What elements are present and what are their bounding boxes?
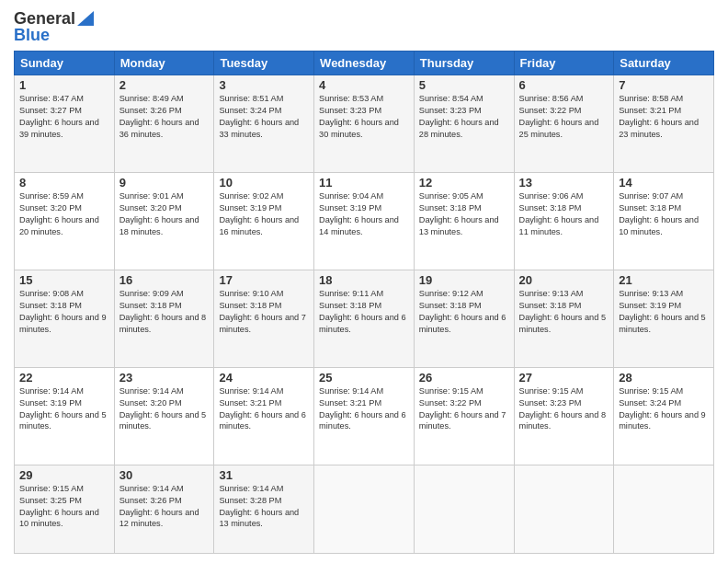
day-info: Sunrise: 9:12 AMSunset: 3:18 PMDaylight:… [419, 288, 509, 336]
day-info: Sunrise: 9:15 AMSunset: 3:24 PMDaylight:… [619, 385, 709, 433]
svg-marker-0 [77, 11, 94, 26]
day-number: 17 [219, 273, 309, 287]
calendar-cell: 10Sunrise: 9:02 AMSunset: 3:19 PMDayligh… [214, 172, 314, 270]
calendar-cell: 8Sunrise: 8:59 AMSunset: 3:20 PMDaylight… [15, 172, 115, 270]
calendar-cell: 2Sunrise: 8:49 AMSunset: 3:26 PMDaylight… [114, 75, 214, 173]
day-number: 13 [519, 176, 609, 190]
day-info: Sunrise: 8:56 AMSunset: 3:22 PMDaylight:… [519, 93, 609, 141]
calendar-cell: 28Sunrise: 9:15 AMSunset: 3:24 PMDayligh… [614, 367, 714, 465]
day-number: 26 [419, 371, 509, 385]
calendar-table: SundayMondayTuesdayWednesdayThursdayFrid… [14, 51, 714, 554]
day-info: Sunrise: 8:49 AMSunset: 3:26 PMDaylight:… [119, 93, 210, 141]
calendar-cell: 9Sunrise: 9:01 AMSunset: 3:20 PMDaylight… [114, 172, 214, 270]
day-info: Sunrise: 8:59 AMSunset: 3:20 PMDaylight:… [19, 190, 109, 238]
day-info: Sunrise: 9:08 AMSunset: 3:18 PMDaylight:… [19, 288, 109, 336]
calendar-cell: 1Sunrise: 8:47 AMSunset: 3:27 PMDaylight… [15, 75, 115, 173]
day-number: 14 [619, 176, 709, 190]
calendar-cell: 12Sunrise: 9:05 AMSunset: 3:18 PMDayligh… [414, 172, 514, 270]
calendar-cell: 15Sunrise: 9:08 AMSunset: 3:18 PMDayligh… [15, 270, 115, 367]
calendar-cell: 23Sunrise: 9:14 AMSunset: 3:20 PMDayligh… [114, 367, 214, 465]
day-info: Sunrise: 9:07 AMSunset: 3:18 PMDaylight:… [619, 190, 709, 238]
logo-blue-text: Blue [14, 26, 50, 45]
weekday-header: Wednesday [314, 52, 415, 75]
day-number: 9 [119, 176, 210, 190]
calendar-cell: 3Sunrise: 8:51 AMSunset: 3:24 PMDaylight… [214, 75, 314, 173]
day-number: 12 [419, 176, 509, 190]
logo: General Blue [14, 9, 94, 45]
calendar-cell [314, 465, 415, 553]
weekday-header: Thursday [414, 52, 514, 75]
day-number: 30 [119, 468, 210, 482]
day-info: Sunrise: 9:02 AMSunset: 3:19 PMDaylight:… [219, 190, 309, 238]
day-number: 6 [519, 78, 609, 92]
day-info: Sunrise: 9:14 AMSunset: 3:21 PMDaylight:… [319, 385, 409, 433]
day-info: Sunrise: 9:14 AMSunset: 3:28 PMDaylight:… [219, 483, 309, 531]
day-info: Sunrise: 9:09 AMSunset: 3:18 PMDaylight:… [119, 288, 210, 336]
weekday-header: Tuesday [214, 52, 314, 75]
day-number: 20 [519, 273, 609, 287]
day-info: Sunrise: 8:51 AMSunset: 3:24 PMDaylight:… [219, 93, 309, 141]
day-number: 23 [119, 371, 210, 385]
day-info: Sunrise: 8:47 AMSunset: 3:27 PMDaylight:… [19, 93, 109, 141]
day-number: 19 [419, 273, 509, 287]
day-info: Sunrise: 9:14 AMSunset: 3:26 PMDaylight:… [119, 483, 210, 531]
calendar-cell: 16Sunrise: 9:09 AMSunset: 3:18 PMDayligh… [114, 270, 214, 367]
day-number: 5 [419, 78, 509, 92]
calendar-cell: 4Sunrise: 8:53 AMSunset: 3:23 PMDaylight… [314, 75, 415, 173]
day-number: 10 [219, 176, 309, 190]
day-number: 3 [219, 78, 309, 92]
day-number: 15 [19, 273, 109, 287]
day-number: 2 [119, 78, 210, 92]
weekday-header: Sunday [15, 52, 115, 75]
calendar-cell: 20Sunrise: 9:13 AMSunset: 3:18 PMDayligh… [514, 270, 614, 367]
day-number: 21 [619, 273, 709, 287]
day-info: Sunrise: 9:14 AMSunset: 3:21 PMDaylight:… [219, 385, 309, 433]
day-info: Sunrise: 8:54 AMSunset: 3:23 PMDaylight:… [419, 93, 509, 141]
header: General Blue [14, 9, 714, 45]
day-number: 22 [19, 371, 109, 385]
day-info: Sunrise: 9:06 AMSunset: 3:18 PMDaylight:… [519, 190, 609, 238]
day-number: 8 [19, 176, 109, 190]
weekday-header: Friday [514, 52, 614, 75]
calendar-cell: 17Sunrise: 9:10 AMSunset: 3:18 PMDayligh… [214, 270, 314, 367]
calendar-cell: 13Sunrise: 9:06 AMSunset: 3:18 PMDayligh… [514, 172, 614, 270]
day-number: 29 [19, 468, 109, 482]
day-number: 7 [619, 78, 709, 92]
day-info: Sunrise: 9:04 AMSunset: 3:19 PMDaylight:… [319, 190, 409, 238]
day-info: Sunrise: 9:11 AMSunset: 3:18 PMDaylight:… [319, 288, 409, 336]
day-info: Sunrise: 9:14 AMSunset: 3:20 PMDaylight:… [119, 385, 210, 433]
calendar-header-row: SundayMondayTuesdayWednesdayThursdayFrid… [15, 52, 714, 75]
day-number: 4 [319, 78, 409, 92]
calendar-cell: 29Sunrise: 9:15 AMSunset: 3:25 PMDayligh… [15, 465, 115, 553]
calendar-cell: 5Sunrise: 8:54 AMSunset: 3:23 PMDaylight… [414, 75, 514, 173]
day-info: Sunrise: 8:58 AMSunset: 3:21 PMDaylight:… [619, 93, 709, 141]
calendar-cell: 14Sunrise: 9:07 AMSunset: 3:18 PMDayligh… [614, 172, 714, 270]
day-number: 1 [19, 78, 109, 92]
day-info: Sunrise: 9:15 AMSunset: 3:22 PMDaylight:… [419, 385, 509, 433]
day-info: Sunrise: 9:13 AMSunset: 3:19 PMDaylight:… [619, 288, 709, 336]
day-number: 25 [319, 371, 409, 385]
calendar-cell: 19Sunrise: 9:12 AMSunset: 3:18 PMDayligh… [414, 270, 514, 367]
calendar-cell: 24Sunrise: 9:14 AMSunset: 3:21 PMDayligh… [214, 367, 314, 465]
day-number: 27 [519, 371, 609, 385]
day-number: 28 [619, 371, 709, 385]
calendar-cell [414, 465, 514, 553]
day-info: Sunrise: 8:53 AMSunset: 3:23 PMDaylight:… [319, 93, 409, 141]
weekday-header: Monday [114, 52, 214, 75]
calendar-cell: 22Sunrise: 9:14 AMSunset: 3:19 PMDayligh… [15, 367, 115, 465]
calendar-cell: 30Sunrise: 9:14 AMSunset: 3:26 PMDayligh… [114, 465, 214, 553]
day-number: 16 [119, 273, 210, 287]
logo-triangle-icon [77, 11, 94, 26]
day-info: Sunrise: 9:15 AMSunset: 3:25 PMDaylight:… [19, 483, 109, 531]
calendar-cell: 31Sunrise: 9:14 AMSunset: 3:28 PMDayligh… [214, 465, 314, 553]
calendar-cell: 11Sunrise: 9:04 AMSunset: 3:19 PMDayligh… [314, 172, 415, 270]
day-info: Sunrise: 9:15 AMSunset: 3:23 PMDaylight:… [519, 385, 609, 433]
calendar-cell: 26Sunrise: 9:15 AMSunset: 3:22 PMDayligh… [414, 367, 514, 465]
day-info: Sunrise: 9:14 AMSunset: 3:19 PMDaylight:… [19, 385, 109, 433]
day-info: Sunrise: 9:10 AMSunset: 3:18 PMDaylight:… [219, 288, 309, 336]
calendar-cell [614, 465, 714, 553]
calendar-cell [514, 465, 614, 553]
day-info: Sunrise: 9:13 AMSunset: 3:18 PMDaylight:… [519, 288, 609, 336]
day-number: 11 [319, 176, 409, 190]
calendar-cell: 25Sunrise: 9:14 AMSunset: 3:21 PMDayligh… [314, 367, 415, 465]
